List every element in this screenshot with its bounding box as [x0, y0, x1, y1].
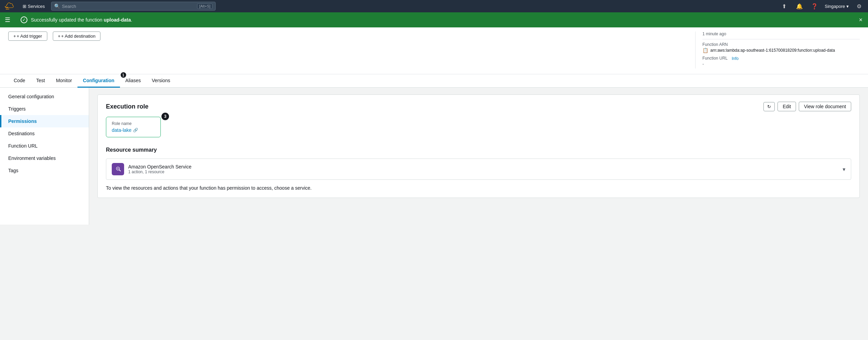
svg-line-2 — [119, 170, 121, 171]
banner-message: Successfully updated the function upload… — [31, 17, 132, 23]
services-menu[interactable]: ⊞ Services — [21, 4, 47, 9]
services-label: Services — [28, 4, 45, 9]
tab-configuration-badge: 1 — [121, 72, 126, 78]
svg-text:aws: aws — [6, 8, 9, 10]
aws-logo[interactable]: aws — [4, 2, 16, 10]
tab-monitor[interactable]: Monitor — [50, 74, 77, 88]
function-arn-label: Function ARN — [702, 42, 860, 47]
success-banner: ✓ Successfully updated the function uplo… — [15, 12, 868, 27]
chevron-down-icon[interactable]: ▾ — [843, 166, 845, 173]
main-panel: Execution role ↻ Edit View role document… — [89, 88, 868, 225]
banner-close-button[interactable]: × — [859, 17, 863, 23]
add-trigger-button[interactable]: + + Add trigger — [8, 32, 47, 41]
opensearch-icon — [112, 163, 124, 175]
cloud-upload-icon[interactable]: ⬆ — [780, 1, 789, 11]
plus-icon-dest: + — [58, 34, 61, 39]
plus-icon: + — [13, 34, 16, 39]
view-role-document-button[interactable]: View role document — [799, 102, 851, 111]
sidebar-item-general[interactable]: General configuration — [0, 90, 89, 103]
tab-code[interactable]: Code — [8, 74, 31, 88]
top-navigation: aws ⊞ Services 🔍 [Alt+S] ⬆ 🔔 ❓ Singapore… — [0, 0, 868, 12]
function-url-label: Function URL — [702, 56, 727, 61]
role-name-label: Role name — [112, 121, 155, 126]
function-info-panel: 1 minute ago Function ARN 📋 arn:aws:lamb… — [695, 32, 860, 68]
copy-arn-icon[interactable]: 📋 — [702, 48, 708, 53]
success-check-icon: ✓ — [21, 16, 27, 23]
sidebar-item-destinations[interactable]: Destinations — [0, 127, 89, 140]
sidebar-item-permissions[interactable]: Permissions — [0, 115, 89, 127]
search-input[interactable] — [62, 4, 195, 9]
account-icon[interactable]: ⚙ — [854, 1, 864, 11]
execution-role-title: Execution role — [106, 103, 148, 110]
add-destination-button[interactable]: + + Add destination — [53, 32, 101, 41]
execution-role-header: Execution role ↻ Edit View role document — [106, 102, 851, 111]
service-meta: 1 action, 1 resource — [128, 169, 191, 174]
tabs-bar: Code Test Monitor Configuration 1 Aliase… — [0, 74, 868, 88]
tab-versions[interactable]: Versions — [146, 74, 176, 88]
sidebar: General configuration Triggers 2 Permiss… — [0, 88, 89, 225]
resource-info-text: To view the resources and actions that y… — [106, 185, 851, 191]
refresh-button[interactable]: ↻ — [763, 102, 775, 111]
sidebar-item-tags[interactable]: Tags — [0, 164, 89, 177]
hamburger-menu[interactable]: ☰ — [0, 12, 15, 27]
nav-right-section: ⬆ 🔔 ❓ Singapore ▾ ⚙ — [780, 1, 864, 11]
edit-button[interactable]: Edit — [777, 102, 796, 111]
service-name: Amazon OpenSearch Service — [128, 164, 191, 169]
function-url-value: - — [702, 61, 860, 66]
external-link-icon: 🔗 — [133, 128, 138, 133]
service-row-opensearch[interactable]: Amazon OpenSearch Service 1 action, 1 re… — [106, 159, 851, 180]
role-name-link[interactable]: data-lake 🔗 — [112, 127, 155, 133]
svg-point-3 — [117, 168, 119, 169]
sidebar-item-triggers[interactable]: Triggers — [0, 103, 89, 115]
main-content: General configuration Triggers 2 Permiss… — [0, 88, 868, 225]
refresh-icon: ↻ — [767, 104, 771, 109]
help-icon[interactable]: ❓ — [810, 1, 819, 11]
trigger-dest-row: + + Add trigger + + Add destination — [8, 32, 100, 41]
function-url-info-link[interactable]: Info — [732, 56, 738, 61]
last-modified-text: 1 minute ago — [702, 32, 860, 36]
search-bar[interactable]: 🔍 [Alt+S] — [51, 2, 216, 11]
sidebar-item-env-vars[interactable]: Environment variables — [0, 152, 89, 164]
tab-configuration[interactable]: Configuration 1 — [77, 74, 120, 88]
tab-test[interactable]: Test — [31, 74, 50, 88]
bell-icon[interactable]: 🔔 — [795, 1, 804, 11]
search-icon: 🔍 — [54, 3, 60, 9]
region-arrow: ▾ — [846, 4, 849, 9]
region-label: Singapore — [825, 4, 845, 9]
role-step-badge: 3 — [161, 113, 169, 120]
region-selector[interactable]: Singapore ▾ — [825, 4, 849, 9]
execution-role-section: Execution role ↻ Edit View role document… — [97, 95, 860, 198]
function-header: + + Add trigger + + Add destination 1 mi… — [0, 27, 868, 74]
execution-role-actions: ↻ Edit View role document — [763, 102, 851, 111]
search-shortcut: [Alt+S] — [197, 3, 213, 9]
function-arn-value: arn:aws:lambda:ap-southeast-1:6157008182… — [710, 48, 835, 53]
sidebar-item-function-url[interactable]: Function URL — [0, 140, 89, 152]
resource-summary-title: Resource summary — [106, 147, 851, 153]
role-name-box: Role name data-lake 🔗 — [106, 117, 161, 137]
